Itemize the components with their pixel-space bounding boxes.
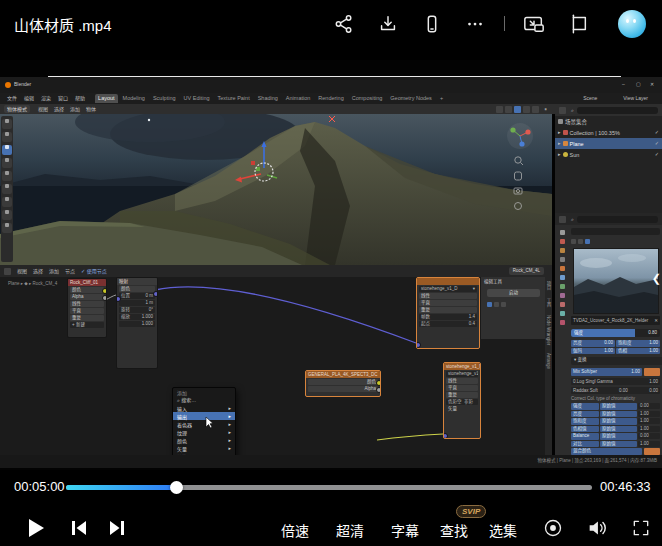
fullscreen-button[interactable] bbox=[631, 518, 651, 538]
soft-row[interactable]: Raddax Soft0.000.00 bbox=[571, 387, 660, 394]
add-menu-item-output[interactable]: 输出▸ bbox=[173, 412, 235, 420]
viewport-menu-object[interactable]: 物体 bbox=[86, 106, 96, 113]
pause-icon[interactable]: ⏸ bbox=[544, 106, 547, 113]
toggle-icon[interactable] bbox=[571, 239, 576, 244]
gamma-row[interactable]: 0.Log Singl Gamma1.00 bbox=[571, 378, 660, 385]
workspace-tab-sculpting[interactable]: Sculpting bbox=[150, 94, 179, 103]
find-button[interactable]: 查找 bbox=[440, 520, 468, 540]
tool-rotate[interactable] bbox=[2, 158, 12, 168]
subtitle-button[interactable]: 字幕 bbox=[391, 520, 419, 540]
add-menu-item-texture[interactable]: 纹理▸ bbox=[173, 428, 235, 436]
cc-row[interactable]: 对比原始值1.00 bbox=[571, 441, 660, 448]
socket-color-out[interactable] bbox=[102, 288, 107, 294]
node-d-image[interactable]: stonehenge_v1_N bbox=[446, 371, 478, 377]
node-b-field[interactable]: 缩放1.000 bbox=[119, 314, 155, 320]
menu-file[interactable]: 文件 bbox=[7, 95, 17, 102]
socket-alpha-out[interactable] bbox=[102, 295, 107, 301]
material-selector[interactable]: Rock_CM_4L bbox=[509, 267, 544, 275]
shading-mode-icon[interactable] bbox=[532, 106, 539, 113]
properties-filter-icon[interactable] bbox=[559, 216, 566, 223]
proportional-edit-icon[interactable] bbox=[505, 106, 512, 113]
mix-field[interactable]: Mix Soft/per1.00 bbox=[571, 368, 642, 376]
tab-physics-icon[interactable] bbox=[560, 293, 565, 298]
workspace-tab-layout[interactable]: Layout bbox=[95, 94, 118, 103]
search-icon[interactable]: ⌕ bbox=[571, 216, 574, 223]
menu-edit[interactable]: 编辑 bbox=[24, 95, 34, 102]
viewport-3d[interactable]: Shift A bbox=[0, 114, 552, 265]
tab-constraints-icon[interactable] bbox=[560, 302, 565, 307]
avatar[interactable] bbox=[618, 10, 646, 38]
download-icon[interactable] bbox=[377, 13, 399, 35]
minimize-icon[interactable]: – bbox=[622, 81, 625, 88]
tool-scale[interactable] bbox=[2, 171, 12, 181]
section-transform[interactable]: ▾ 变换 bbox=[571, 357, 662, 365]
node-image-texture-c[interactable]: stonehenge_v1_D▾ 线性 平直 重复 帧数1.4 起点0.4 bbox=[416, 277, 480, 349]
viewport-menu-add[interactable]: 添加 bbox=[70, 106, 80, 113]
snap-icon[interactable] bbox=[496, 106, 503, 113]
progress-thumb[interactable] bbox=[170, 481, 183, 494]
add-menu-item-input[interactable]: 输入▸ bbox=[173, 404, 235, 412]
menu-window[interactable]: 窗口 bbox=[58, 95, 68, 102]
tab-modifier-icon[interactable] bbox=[560, 284, 565, 289]
add-menu-item-color[interactable]: 颜色▸ bbox=[173, 436, 235, 444]
socket-vector-in[interactable] bbox=[443, 433, 448, 439]
workspace-tab-add[interactable]: + bbox=[437, 94, 446, 103]
speed-button[interactable]: 倍速 bbox=[281, 520, 309, 540]
more-icon[interactable] bbox=[464, 13, 486, 35]
viewport-menu-view[interactable]: 视图 bbox=[38, 106, 48, 113]
cc-row[interactable]: 亮度原始值1.00 bbox=[571, 411, 660, 418]
field-hue[interactable]: 色相1.00 bbox=[616, 348, 660, 355]
shader-editor-canvas[interactable]: Plane ▸ ◆ ▸ Rock_CM_4 Rock_Cliff_01 颜色 A… bbox=[0, 277, 552, 455]
npanel-tab-nodewrangler[interactable]: Node Wrangler bbox=[544, 315, 552, 345]
previous-button[interactable] bbox=[69, 519, 89, 537]
field-saturation[interactable]: 饱和度1.00 bbox=[616, 340, 660, 347]
quality-button[interactable]: 超清 bbox=[336, 520, 364, 540]
node-image-texture-d[interactable]: stonehenge_v1_N stonehenge_v1_N 线性 平直 重复… bbox=[443, 362, 481, 439]
socket-vector-in[interactable] bbox=[416, 342, 421, 348]
scene-selector[interactable]: Scene bbox=[583, 95, 597, 102]
blend-color-swatch[interactable] bbox=[644, 448, 660, 455]
outliner-plane-row-selected[interactable]: ▸ Plane ✓ bbox=[555, 138, 662, 149]
shader-menu-view[interactable]: 视图 bbox=[17, 268, 27, 275]
workspace-tab-modeling[interactable]: Modeling bbox=[120, 94, 148, 103]
toggle-icon[interactable] bbox=[585, 239, 590, 244]
cc-row[interactable]: 强度原始值0.00 bbox=[571, 403, 660, 410]
tool-cursor[interactable] bbox=[2, 132, 12, 142]
volume-icon[interactable] bbox=[586, 517, 608, 539]
visibility-icon[interactable]: ✓ bbox=[655, 129, 659, 136]
maximize-icon[interactable]: ▢ bbox=[636, 81, 641, 88]
add-menu-item-vector[interactable]: 矢量▸ bbox=[173, 444, 235, 452]
video-frame[interactable]: Blender – ▢ ✕ 文件 编辑 渲染 窗口 帮助 Layout Mode… bbox=[0, 60, 662, 470]
next-button[interactable] bbox=[107, 519, 127, 537]
tool-transform[interactable] bbox=[2, 184, 12, 194]
cc-row[interactable]: 色相值原始值1.00 bbox=[571, 426, 660, 433]
workspace-tab-animation[interactable]: Animation bbox=[283, 94, 313, 103]
close-icon[interactable]: ✕ bbox=[650, 81, 654, 88]
progress-track[interactable] bbox=[66, 485, 592, 490]
node-c-pair[interactable]: 帧数1.4 bbox=[419, 314, 477, 320]
tool-select[interactable] bbox=[2, 119, 12, 129]
workspace-tab-uvediting[interactable]: UV Editing bbox=[181, 94, 213, 103]
tool-add-primitive[interactable] bbox=[2, 223, 12, 233]
node-image-texture-a[interactable]: Rock_Cliff_01 颜色 Alpha 线性 平直 重复 + 新建 bbox=[67, 278, 107, 338]
add-menu-item-converter[interactable]: 转换器▸ bbox=[173, 452, 235, 455]
tab-material-icon[interactable] bbox=[560, 320, 565, 325]
hdri-preview-image[interactable] bbox=[573, 248, 659, 314]
npanel-tab-item[interactable]: 项目 bbox=[544, 281, 552, 290]
image-name-field[interactable]: TVDA2_Ucover_4_Rock8_2K_Helder✕ bbox=[571, 316, 660, 325]
shader-menu-add[interactable]: 添加 bbox=[49, 268, 59, 275]
npanel-toggle[interactable] bbox=[487, 302, 492, 307]
cast-screen-icon[interactable] bbox=[566, 13, 590, 35]
visibility-icon[interactable]: ✓ bbox=[655, 151, 659, 158]
node-b-field[interactable]: 位置0 m bbox=[119, 293, 155, 299]
blend-row[interactable]: 混合颜色 bbox=[571, 448, 660, 455]
play-button[interactable] bbox=[26, 517, 46, 539]
node-image-texture-e[interactable]: GENERAL_PLA_4K_SPECT3_DC 颜色 Alpha bbox=[305, 370, 381, 397]
shader-menu-select[interactable]: 选择 bbox=[33, 268, 43, 275]
outliner-search-input[interactable] bbox=[577, 107, 658, 114]
workspace-tab-compositing[interactable]: Compositing bbox=[349, 94, 386, 103]
field-gamma[interactable]: 伽玛1.00 bbox=[571, 348, 615, 355]
workspace-tab-texturepaint[interactable]: Texture Paint bbox=[215, 94, 253, 103]
node-c-image[interactable]: stonehenge_v1_D▾ bbox=[419, 286, 477, 292]
outliner-sun-row[interactable]: ▸ Sun ✓ bbox=[555, 149, 662, 160]
